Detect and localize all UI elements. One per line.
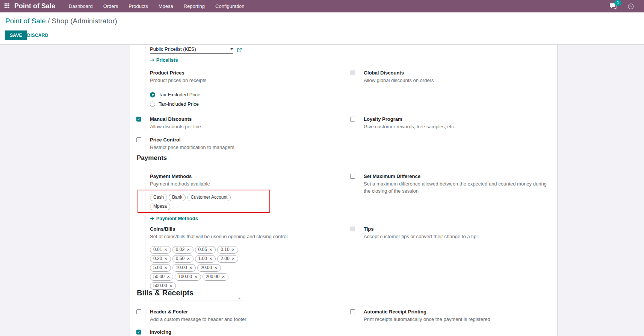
coin-tag-value: 0.10 xyxy=(221,247,229,252)
coin-tag[interactable]: 0.10✕ xyxy=(217,246,238,254)
coin-tag-value: 50.00 xyxy=(153,274,165,280)
coin-tag[interactable]: 200.00✕ xyxy=(203,273,228,281)
tips-checkbox[interactable] xyxy=(350,227,355,231)
header-footer-checkbox[interactable] xyxy=(136,309,141,314)
coin-tag-value: 20.00 xyxy=(201,265,212,271)
coin-tag[interactable]: 50.00✕ xyxy=(150,273,173,281)
app-brand[interactable]: Point of Sale xyxy=(14,2,55,10)
menu-item[interactable]: Products xyxy=(123,0,153,12)
pricelist-field[interactable]: Public Pricelist (KES) xyxy=(150,46,233,54)
checkbox-spacer xyxy=(136,70,142,70)
remove-tag-icon[interactable]: ✕ xyxy=(169,284,172,288)
menu-item[interactable]: Mpesa xyxy=(153,0,178,12)
setting-set-maximum-difference: Set Maximum Difference Set a maximum dif… xyxy=(350,173,552,195)
remove-tag-icon[interactable]: ✕ xyxy=(187,248,190,252)
remove-tag-icon[interactable]: ✕ xyxy=(214,266,217,270)
setting-label: Payment Methods xyxy=(150,173,321,179)
remove-tag-icon[interactable]: ✕ xyxy=(222,275,225,279)
setting-help: Accept customer tips or convert their ch… xyxy=(364,233,552,240)
setting-header-footer: Header & Footer Add a custom message to … xyxy=(136,309,321,323)
setting-label: Coins/Bills xyxy=(150,226,321,232)
coin-tag[interactable]: 2.00✕ xyxy=(217,255,238,263)
payment-method-tag[interactable]: Bank xyxy=(169,194,186,201)
messages-icon[interactable]: 1 xyxy=(609,3,618,10)
invoicing-checkbox[interactable] xyxy=(136,330,141,334)
setting-help: Print receipts automatically once the pa… xyxy=(364,316,552,323)
remove-tag-icon[interactable]: ✕ xyxy=(209,248,212,252)
coin-tag-value: 100.00 xyxy=(178,274,192,280)
coin-tag[interactable]: 100.00✕ xyxy=(175,273,201,281)
remove-tag-icon[interactable]: ✕ xyxy=(164,257,167,261)
setting-help: Product prices on receipts xyxy=(150,77,321,84)
automatic-receipt-printing-checkbox[interactable] xyxy=(350,309,355,314)
discard-button[interactable]: DISCARD xyxy=(23,30,52,40)
setting-help: Give customer rewards, free samples, etc… xyxy=(364,123,552,130)
setting-loyalty-program: Loyalty Program Give customer rewards, f… xyxy=(350,116,552,131)
coin-tag[interactable]: 10.00✕ xyxy=(172,264,196,272)
set-maximum-difference-checkbox[interactable] xyxy=(350,174,355,179)
setting-label: Product Prices xyxy=(150,70,321,76)
activities-clock-icon[interactable] xyxy=(627,3,634,10)
remove-tag-icon[interactable]: ✕ xyxy=(209,257,212,261)
dropdown-caret-icon[interactable] xyxy=(238,298,241,300)
remove-tag-icon[interactable]: ✕ xyxy=(189,266,192,270)
remove-tag-icon[interactable]: ✕ xyxy=(232,248,235,252)
setting-label: Automatic Receipt Printing xyxy=(364,309,552,315)
coin-tag-value: 2.00 xyxy=(221,256,229,262)
payment-method-tag[interactable]: Cash xyxy=(150,194,167,201)
breadcrumb-app-link[interactable]: Point of Sale xyxy=(5,17,46,25)
coin-tag[interactable]: 0.20✕ xyxy=(150,255,171,263)
remove-tag-icon[interactable]: ✕ xyxy=(164,248,167,252)
pricelist-field-value[interactable]: Public Pricelist (KES) xyxy=(150,46,230,52)
coin-tag-value: 200.00 xyxy=(206,274,220,280)
checkbox-spacer xyxy=(136,46,142,47)
remove-tag-icon[interactable]: ✕ xyxy=(187,257,190,261)
coin-tag[interactable]: 0.05✕ xyxy=(195,246,216,254)
coin-tag[interactable]: 1.00✕ xyxy=(195,255,216,263)
menu-item[interactable]: Orders xyxy=(98,0,124,12)
coin-tag-value: 0.02 xyxy=(176,247,184,252)
navbar-right: 1 xyxy=(609,3,639,10)
radio-icon[interactable] xyxy=(150,92,155,97)
remove-tag-icon[interactable]: ✕ xyxy=(167,275,170,279)
coin-tag[interactable]: 5.00✕ xyxy=(150,264,171,272)
payment-method-tag[interactable]: Mpesa xyxy=(150,203,170,210)
setting-price-control: Price Control Restrict price modificatio… xyxy=(136,137,321,151)
arrow-right-icon: ➔ xyxy=(150,216,154,221)
checkbox-column xyxy=(136,137,142,142)
coin-tag-value: 5.00 xyxy=(153,265,162,271)
coin-tag[interactable]: 0.50✕ xyxy=(172,255,194,263)
remove-tag-icon[interactable]: ✕ xyxy=(194,275,197,279)
global-discounts-checkbox[interactable] xyxy=(350,70,355,75)
payment-method-tag[interactable]: Customer Account xyxy=(187,194,231,201)
apps-grid-icon[interactable] xyxy=(5,3,10,9)
checkbox-column xyxy=(350,173,355,179)
setting-invoicing: Invoicing xyxy=(136,329,321,336)
radio-icon[interactable] xyxy=(150,102,155,107)
remove-tag-icon[interactable]: ✕ xyxy=(232,257,235,261)
payment-methods-link[interactable]: ➔ Payment Methods xyxy=(150,216,198,221)
radio-tax-included[interactable]: Tax-Included Price xyxy=(150,101,321,107)
manual-discounts-checkbox[interactable] xyxy=(136,117,141,122)
remove-tag-icon[interactable]: ✕ xyxy=(164,266,167,270)
checkbox-column xyxy=(350,116,355,122)
radio-label: Tax-Excluded Price xyxy=(159,92,200,97)
coin-tag[interactable]: 20.00✕ xyxy=(197,264,221,272)
coin-tag[interactable]: 0.01✕ xyxy=(150,246,171,254)
coin-tag-value: 0.05 xyxy=(198,247,207,252)
external-link-icon[interactable] xyxy=(237,47,242,53)
setting-product-prices: Product Prices Product prices on receipt… xyxy=(136,70,321,107)
menu-item[interactable]: Reporting xyxy=(178,0,210,12)
price-control-checkbox[interactable] xyxy=(136,137,141,142)
loyalty-program-checkbox[interactable] xyxy=(350,117,355,122)
coin-tag-value: 10.00 xyxy=(176,265,187,271)
setting-label: Header & Footer xyxy=(150,309,321,315)
menu-item[interactable]: Dashboard xyxy=(63,0,98,12)
coin-tag[interactable]: 0.02✕ xyxy=(172,246,194,254)
dropdown-caret-icon[interactable] xyxy=(230,48,233,50)
setting-help: Set a maximum difference allowed between… xyxy=(364,180,552,195)
menu-item[interactable]: Configuration xyxy=(210,0,249,12)
payment-methods-link-label: Payment Methods xyxy=(156,216,198,221)
radio-tax-excluded[interactable]: Tax-Excluded Price xyxy=(150,92,321,97)
pricelists-link[interactable]: ➔ Pricelists xyxy=(150,57,178,63)
